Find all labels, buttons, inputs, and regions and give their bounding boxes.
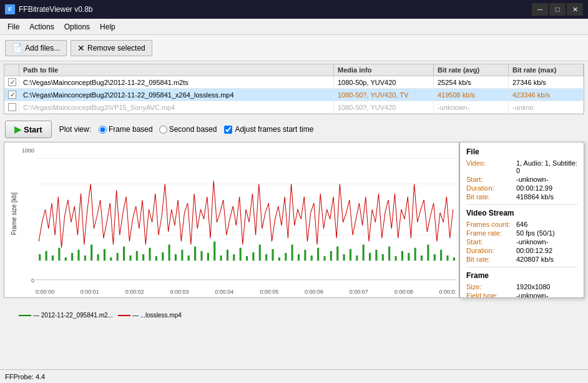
svg-rect-43	[278, 257, 280, 261]
svg-rect-34	[220, 256, 222, 261]
menu-options[interactable]: Options	[59, 21, 95, 33]
svg-rect-10	[65, 257, 67, 261]
svg-rect-45	[292, 245, 293, 261]
svg-rect-37	[240, 248, 242, 261]
row3-avg: -unknown-	[434, 101, 509, 113]
checkbox-1[interactable]	[8, 78, 16, 86]
adjust-frames-checkbox[interactable]	[224, 126, 232, 134]
controls-area: ▶ Start Plot view: Frame based Second ba…	[0, 117, 588, 142]
legend-item-2: — ...lossless.mp4	[118, 312, 182, 319]
add-files-button[interactable]: 📄 Add files...	[5, 40, 67, 56]
frame-based-radio[interactable]	[99, 126, 107, 134]
svg-rect-13	[84, 256, 86, 261]
svg-rect-20	[129, 256, 131, 261]
add-files-icon: 📄	[12, 43, 22, 53]
window-controls: ─ □ ✕	[532, 3, 583, 16]
menu-bar: File Actions Options Help	[0, 19, 588, 35]
svg-rect-18	[117, 253, 119, 261]
svg-rect-67	[434, 254, 436, 261]
app-title: FFBitrateViewer v0.8b	[19, 5, 93, 14]
svg-rect-52	[336, 247, 338, 261]
row3-check[interactable]	[4, 101, 19, 113]
plot-view-label: Plot view:	[59, 125, 91, 134]
legend-label-1: — 2012-11-22_095841.m2...	[33, 312, 113, 319]
header-media-info: Media info	[334, 64, 434, 76]
svg-rect-33	[213, 241, 215, 261]
status-text: FFProbe: 4.4	[5, 373, 45, 381]
svg-rect-54	[350, 249, 351, 261]
frame-field-type: Field type: -unknown-	[466, 292, 577, 298]
y-tick-top: 1000	[22, 147, 34, 154]
x-tick-0: 0:00:00	[36, 289, 54, 295]
table-row[interactable]: C:\Vegas\MainconceptBug2\2012-11-22_0958…	[4, 89, 584, 101]
svg-rect-62	[401, 251, 403, 261]
table-row[interactable]: C:\Vegas\MainconceptBug2\2012-11-22_0958…	[4, 76, 584, 89]
legend-line-red	[118, 315, 130, 316]
svg-rect-66	[427, 245, 429, 261]
svg-rect-12	[77, 250, 79, 261]
video-frame-rate: Frame rate: 50 fps (50/1)	[466, 229, 577, 237]
svg-rect-63	[408, 253, 409, 261]
file-list: Path to file Media info Bit rate (avg) B…	[4, 64, 584, 114]
svg-rect-69	[446, 256, 448, 261]
y-axis-label: Frame size [kb]	[11, 192, 17, 235]
menu-file[interactable]: File	[2, 21, 24, 33]
video-duration: Duration: 00:00:12.92	[466, 247, 577, 254]
x-tick-7: 0:00:07	[350, 289, 368, 295]
minimize-button[interactable]: ─	[532, 3, 548, 16]
svg-rect-58	[375, 250, 377, 261]
header-bitrate-max: Bit rate (max)	[509, 64, 584, 76]
frame-section-title: Frame	[466, 271, 577, 280]
remove-selected-button[interactable]: ✕ Remove selected	[71, 40, 152, 56]
svg-rect-53	[343, 254, 345, 261]
radio-group: Frame based Second based	[99, 125, 217, 134]
svg-rect-11	[71, 253, 73, 261]
svg-rect-9	[58, 248, 60, 261]
svg-rect-59	[382, 254, 384, 261]
table-row[interactable]: C:\Vegas\MainconceptBug2\VP15_SonyAVC.mp…	[4, 101, 584, 114]
maximize-button[interactable]: □	[549, 3, 566, 16]
row1-max: 27346 kb/s	[509, 76, 584, 88]
row3-max: -unkno	[509, 101, 584, 113]
menu-help[interactable]: Help	[95, 21, 120, 33]
video-bitrate: Bit rate: 420807 kb/s	[466, 256, 577, 263]
svg-rect-48	[311, 256, 313, 261]
checkbox-3[interactable]	[8, 103, 16, 111]
legend-area: — 2012-11-22_095841.m2... — ...lossless.…	[0, 311, 588, 320]
checkbox-2[interactable]	[8, 91, 16, 99]
svg-rect-29	[188, 256, 190, 261]
frame-size: Size: 1920x1080	[466, 283, 577, 291]
svg-rect-19	[123, 247, 125, 261]
row1-media: 1080-50p, YUV420	[334, 76, 434, 88]
second-based-radio[interactable]	[159, 126, 167, 134]
svg-rect-44	[285, 253, 287, 261]
header-path: Path to file	[19, 64, 334, 76]
x-tick-3: 0:00:03	[170, 289, 189, 295]
adjust-frames-option[interactable]: Adjust frames start time	[224, 125, 313, 134]
x-axis: 0:00:00 0:00:01 0:00:02 0:00:03 0:00:04 …	[36, 286, 456, 297]
second-based-option[interactable]: Second based	[159, 125, 217, 134]
row2-path: C:\Vegas\MainconceptBug2\2012-11-22_0958…	[19, 89, 334, 101]
file-list-header: Path to file Media info Bit rate (avg) B…	[4, 64, 584, 76]
svg-rect-24	[155, 256, 157, 261]
frame-based-option[interactable]: Frame based	[99, 125, 153, 134]
status-bar: FFProbe: 4.4	[0, 369, 588, 383]
x-tick-2: 0:00:02	[125, 289, 144, 295]
svg-rect-31	[200, 251, 202, 261]
x-tick-6: 0:00:06	[305, 289, 323, 295]
svg-rect-32	[207, 253, 209, 261]
chart-svg	[36, 146, 456, 286]
svg-rect-23	[149, 248, 150, 261]
file-info-duration: Duration: 00:00:12.99	[466, 184, 577, 192]
svg-rect-46	[298, 254, 300, 261]
row2-media: 1080-50?, YUV420, TV	[334, 89, 434, 101]
row2-check[interactable]	[4, 89, 19, 101]
menu-actions[interactable]: Actions	[24, 21, 59, 33]
close-button[interactable]: ✕	[567, 3, 583, 16]
svg-rect-49	[317, 248, 319, 261]
title-bar: F FFBitrateViewer v0.8b ─ □ ✕	[0, 0, 588, 19]
remove-icon: ✕	[77, 43, 85, 53]
start-button[interactable]: ▶ Start	[5, 121, 52, 138]
row1-check[interactable]	[4, 76, 19, 88]
svg-rect-40	[259, 245, 261, 261]
